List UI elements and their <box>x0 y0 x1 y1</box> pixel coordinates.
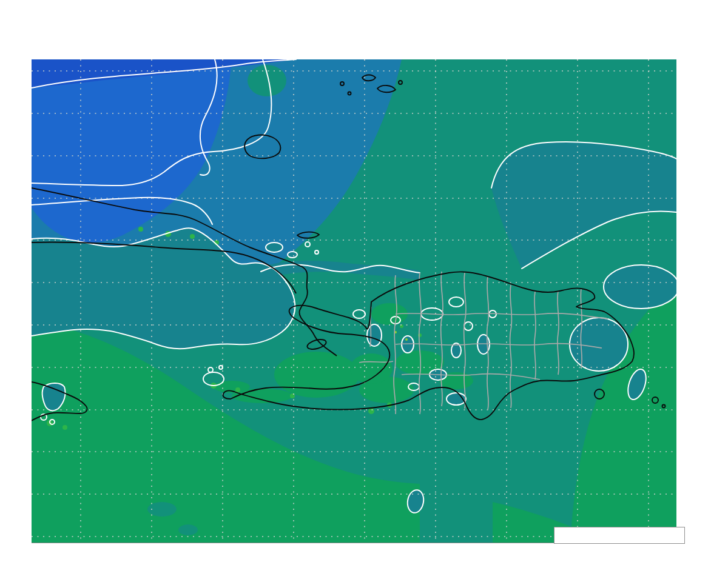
branding-box <box>554 527 685 544</box>
warm-spot-north <box>248 65 286 96</box>
weather-chart-page <box>0 0 728 562</box>
map-plot-area <box>32 59 676 543</box>
temperature-field-map <box>32 59 676 543</box>
